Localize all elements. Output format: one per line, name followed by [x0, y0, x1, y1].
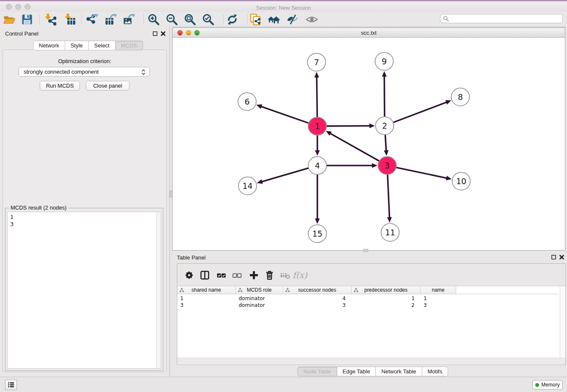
cell-shared-name[interactable]: 1: [177, 295, 236, 302]
add-icon[interactable]: [247, 268, 261, 282]
cell-name[interactable]: 1: [421, 295, 456, 302]
column-header-successor-nodes[interactable]: successor nodes: [283, 286, 352, 294]
eye-icon[interactable]: [305, 13, 319, 26]
close-panel-icon[interactable]: [160, 30, 167, 37]
apply-layout-icon[interactable]: [225, 13, 239, 26]
node-10[interactable]: 10: [452, 172, 471, 190]
toolbar-separator: [39, 14, 40, 25]
column-header-name[interactable]: name: [421, 286, 456, 294]
node-15[interactable]: 15: [308, 225, 327, 243]
home-icon[interactable]: [267, 13, 281, 26]
cell-predecessor-nodes[interactable]: 2: [352, 302, 421, 309]
table-toolbar: f(x): [177, 264, 565, 286]
horizontal-divider-grip[interactable]: [363, 249, 368, 252]
edge-1-7[interactable]: [317, 77, 317, 118]
fit-content-icon[interactable]: [183, 13, 197, 26]
node-2[interactable]: 2: [376, 117, 394, 135]
node-1[interactable]: 1: [308, 117, 327, 135]
criterion-value: strongly connected component: [24, 69, 99, 75]
table-row[interactable]: 1dominator411: [177, 295, 456, 302]
cell-predecessor-nodes[interactable]: 1: [352, 295, 421, 302]
edge-4-14[interactable]: [261, 168, 309, 182]
tab-mcds[interactable]: MCDS: [115, 41, 143, 50]
table-horizontal-scrollbar[interactable]: [177, 358, 565, 364]
edge-3-11[interactable]: [388, 174, 390, 218]
criterion-select[interactable]: strongly connected component: [19, 67, 150, 77]
settings-icon[interactable]: [182, 268, 196, 282]
node-4[interactable]: 4: [308, 157, 327, 174]
tab-network[interactable]: Network: [33, 41, 65, 50]
node-9[interactable]: 9: [375, 52, 394, 70]
cell-successor-nodes[interactable]: 3: [283, 302, 352, 309]
cell-MCDS-role[interactable]: dominator: [236, 295, 283, 302]
edge-1-6[interactable]: [261, 106, 309, 123]
import-table-icon[interactable]: [63, 13, 77, 26]
edge-3-10[interactable]: [396, 167, 447, 178]
zoom-selected-icon[interactable]: [201, 13, 215, 26]
split-view-icon[interactable]: [198, 268, 212, 282]
open-folder-icon[interactable]: [2, 13, 17, 26]
run-mcds-button[interactable]: Run MCDS: [40, 81, 80, 91]
zoom-in-icon[interactable]: [146, 13, 161, 26]
float-panel-icon[interactable]: [151, 30, 159, 37]
delete-icon[interactable]: [263, 268, 276, 282]
select-all-icon[interactable]: [215, 268, 228, 282]
clone-network-icon[interactable]: [248, 13, 263, 26]
edge-2-9[interactable]: [384, 76, 385, 117]
float-table-panel-icon[interactable]: [550, 253, 557, 261]
network-canvas[interactable]: 7968124314101511: [173, 38, 565, 250]
node-8[interactable]: 8: [451, 88, 470, 106]
node-label: 7: [314, 58, 319, 67]
table-row[interactable]: 3dominator323: [177, 302, 456, 309]
column-header-predecessor-nodes[interactable]: predecessor nodes: [352, 286, 421, 294]
deselect-all-icon[interactable]: [230, 268, 244, 282]
hide-show-icon[interactable]: [286, 13, 300, 26]
tab-node-table[interactable]: Node Table: [297, 367, 337, 376]
cell-shared-name[interactable]: 3: [177, 302, 236, 309]
export-image-icon[interactable]: [122, 13, 136, 26]
tab-network-table[interactable]: Network Table: [375, 367, 422, 376]
tab-select[interactable]: Select: [88, 41, 116, 50]
mcds-result-textarea[interactable]: 1 3: [7, 212, 161, 369]
column-header-shared-name[interactable]: shared name: [177, 286, 236, 294]
edge-2-8[interactable]: [393, 102, 447, 123]
export-network-icon[interactable]: [85, 13, 99, 26]
node-6[interactable]: 6: [238, 93, 256, 110]
table-vertical-scrollbar[interactable]: [560, 286, 565, 359]
edge-arrowhead: [387, 217, 392, 223]
edge-2-3[interactable]: [385, 134, 386, 151]
edge-arrowhead: [445, 100, 451, 105]
tab-edge-table[interactable]: Edge Table: [337, 367, 376, 376]
node-14[interactable]: 14: [239, 177, 257, 195]
node-7[interactable]: 7: [308, 53, 326, 71]
edge-1-2[interactable]: [326, 126, 370, 126]
node-3[interactable]: 3: [378, 157, 396, 174]
cell-name[interactable]: 3: [421, 302, 456, 309]
export-table-icon[interactable]: [104, 13, 118, 26]
edge-3-1[interactable]: [330, 133, 380, 161]
main-titlebar: Session: New Session: [0, 1, 567, 12]
function-builder-icon: f(x): [293, 268, 307, 282]
node-11[interactable]: 11: [381, 224, 399, 241]
column-header-MCDS-role[interactable]: MCDS role: [236, 286, 283, 294]
tab-motifs[interactable]: Motifs: [422, 367, 449, 376]
edge-arrowhead: [372, 163, 377, 168]
task-history-button[interactable]: [5, 380, 17, 390]
network-window: scc.txt 7968124314101511: [172, 28, 565, 251]
zoom-out-icon[interactable]: [165, 13, 179, 26]
search-field[interactable]: [440, 14, 563, 23]
tab-style[interactable]: Style: [65, 41, 89, 50]
network-window-titlebar[interactable]: scc.txt: [173, 28, 565, 38]
result-scrollbar[interactable]: [156, 212, 161, 368]
cell-MCDS-role[interactable]: dominator: [236, 302, 283, 309]
import-network-icon[interactable]: [43, 13, 57, 26]
memory-button[interactable]: Memory: [532, 380, 563, 389]
close-panel-button[interactable]: Close panel: [86, 81, 129, 91]
search-icon: [443, 16, 449, 22]
cell-successor-nodes[interactable]: 4: [283, 295, 352, 302]
node-label: 15: [312, 229, 322, 238]
close-table-panel-icon[interactable]: [558, 253, 565, 261]
toolbar-separator: [143, 14, 144, 25]
save-icon[interactable]: [20, 13, 34, 26]
search-input[interactable]: [449, 15, 562, 22]
